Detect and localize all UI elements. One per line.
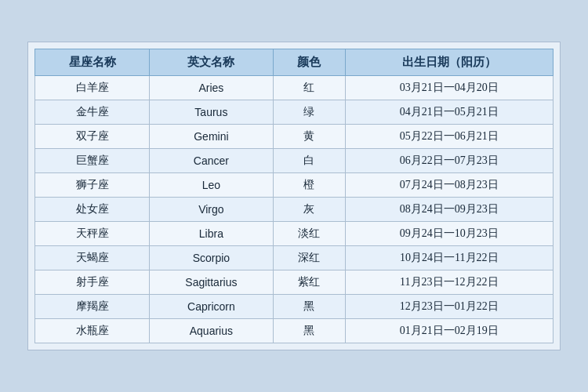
cell-dates: 07月24日一08月23日 [345, 173, 553, 198]
cell-chinese-name: 天蝎座 [35, 246, 150, 270]
header-english-name: 英文名称 [150, 49, 273, 76]
cell-english-name: Scorpio [150, 246, 273, 270]
cell-chinese-name: 白羊座 [35, 76, 150, 100]
cell-color: 黑 [273, 295, 345, 319]
cell-english-name: Capricorn [150, 295, 273, 319]
cell-english-name: Aquarius [150, 319, 273, 343]
table-row: 巨蟹座Cancer白06月22日一07月23日 [35, 149, 554, 173]
table-row: 天蝎座Scorpio深红10月24日一11月22日 [35, 246, 554, 270]
cell-dates: 10月24日一11月22日 [345, 246, 553, 270]
table-row: 白羊座Aries红03月21日一04月20日 [35, 76, 554, 100]
header-chinese-name: 星座名称 [35, 49, 150, 76]
cell-chinese-name: 摩羯座 [35, 295, 150, 319]
cell-color: 红 [273, 76, 345, 100]
cell-chinese-name: 巨蟹座 [35, 149, 150, 173]
cell-english-name: Aries [150, 76, 273, 100]
cell-dates: 06月22日一07月23日 [345, 149, 553, 173]
table-row: 狮子座Leo橙07月24日一08月23日 [35, 173, 554, 198]
table-row: 天秤座Libra淡红09月24日一10月23日 [35, 222, 554, 246]
cell-english-name: Gemini [150, 125, 273, 149]
cell-color: 绿 [273, 100, 345, 125]
cell-dates: 09月24日一10月23日 [345, 222, 553, 246]
cell-color: 黑 [273, 319, 345, 343]
table-row: 处女座Virgo灰08月24日一09月23日 [35, 198, 554, 222]
cell-chinese-name: 水瓶座 [35, 319, 150, 343]
cell-chinese-name: 射手座 [35, 270, 150, 295]
table-row: 水瓶座Aquarius黑01月21日一02月19日 [35, 319, 554, 343]
cell-english-name: Sagittarius [150, 270, 273, 295]
cell-english-name: Virgo [150, 198, 273, 222]
table-row: 双子座Gemini黄05月22日一06月21日 [35, 125, 554, 149]
cell-color: 灰 [273, 198, 345, 222]
cell-chinese-name: 金牛座 [35, 100, 150, 125]
cell-chinese-name: 天秤座 [35, 222, 150, 246]
zodiac-table-container: 星座名称 英文名称 颜色 出生日期（阳历） 白羊座Aries红03月21日一04… [27, 42, 561, 350]
cell-dates: 08月24日一09月23日 [345, 198, 553, 222]
table-body: 白羊座Aries红03月21日一04月20日金牛座Taurus绿04月21日一0… [35, 76, 554, 343]
cell-english-name: Libra [150, 222, 273, 246]
cell-dates: 04月21日一05月21日 [345, 100, 553, 125]
cell-chinese-name: 处女座 [35, 198, 150, 222]
cell-english-name: Leo [150, 173, 273, 198]
cell-color: 淡红 [273, 222, 345, 246]
zodiac-table: 星座名称 英文名称 颜色 出生日期（阳历） 白羊座Aries红03月21日一04… [34, 49, 554, 343]
cell-english-name: Cancer [150, 149, 273, 173]
header-color: 颜色 [273, 49, 345, 76]
cell-color: 橙 [273, 173, 345, 198]
table-row: 金牛座Taurus绿04月21日一05月21日 [35, 100, 554, 125]
cell-dates: 03月21日一04月20日 [345, 76, 553, 100]
cell-dates: 01月21日一02月19日 [345, 319, 553, 343]
table-row: 射手座Sagittarius紫红11月23日一12月22日 [35, 270, 554, 295]
cell-dates: 11月23日一12月22日 [345, 270, 553, 295]
table-row: 摩羯座Capricorn黑12月23日一01月22日 [35, 295, 554, 319]
cell-dates: 05月22日一06月21日 [345, 125, 553, 149]
cell-dates: 12月23日一01月22日 [345, 295, 553, 319]
header-dates: 出生日期（阳历） [345, 49, 553, 76]
cell-english-name: Taurus [150, 100, 273, 125]
cell-chinese-name: 狮子座 [35, 173, 150, 198]
cell-color: 黄 [273, 125, 345, 149]
cell-color: 紫红 [273, 270, 345, 295]
cell-chinese-name: 双子座 [35, 125, 150, 149]
cell-color: 深红 [273, 246, 345, 270]
table-header-row: 星座名称 英文名称 颜色 出生日期（阳历） [35, 49, 554, 76]
cell-color: 白 [273, 149, 345, 173]
